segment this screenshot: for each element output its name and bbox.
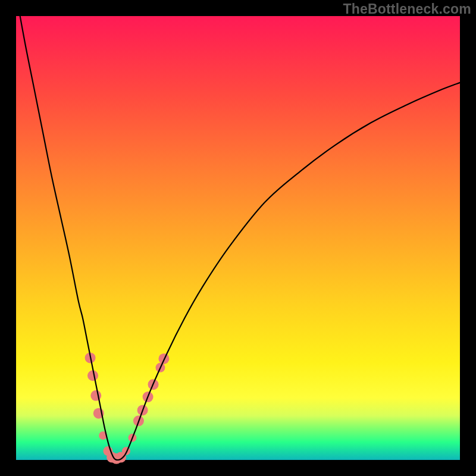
chart-plot-area bbox=[16, 16, 460, 460]
marker-dot bbox=[90, 390, 101, 401]
watermark-text: TheBottleneck.com bbox=[343, 1, 471, 17]
bottleneck-curve bbox=[16, 0, 460, 460]
chart-frame: TheBottleneck.com bbox=[0, 0, 476, 476]
marker-layer bbox=[85, 352, 170, 464]
chart-svg bbox=[16, 16, 460, 460]
